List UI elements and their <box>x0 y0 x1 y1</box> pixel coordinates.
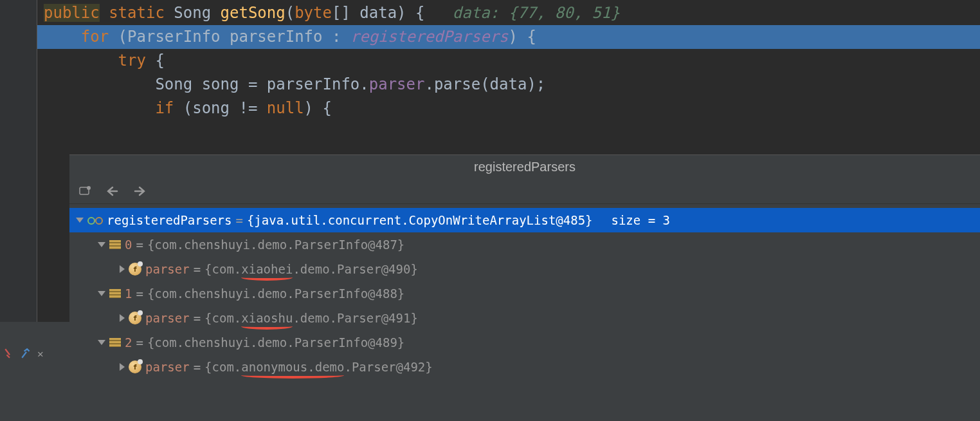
equals-text: = <box>194 360 201 374</box>
code-token: (ParserInfo parserInfo : <box>109 28 350 46</box>
var-value: {com.chenshuyi.demo.ParserInfo@488} <box>147 286 404 301</box>
code-editor[interactable]: public static Song getSong(byte[] data) … <box>0 0 980 154</box>
code-token: getSong <box>221 4 286 22</box>
code-token <box>44 51 118 70</box>
code-token: data: {77, 80, 51} <box>453 4 620 22</box>
code-token: parser <box>369 75 425 93</box>
expand-arrow-icon[interactable] <box>98 291 105 296</box>
equals-text: = <box>194 311 201 325</box>
code-line[interactable]: Song song = parserInfo.parser.parse(data… <box>0 73 980 97</box>
var-index: 1 <box>125 286 132 301</box>
tree-root-row[interactable]: registeredParsers = {java.util.concurren… <box>69 208 980 232</box>
code-line[interactable]: public static Song getSong(byte[] data) … <box>0 1 980 25</box>
code-token: Song <box>165 4 221 22</box>
debug-tab-title[interactable]: registeredParsers <box>474 160 576 174</box>
step-out-icon[interactable] <box>21 348 32 359</box>
var-value: {com.xiaoshu.demo.Parser@491} <box>204 311 418 325</box>
var-index: 2 <box>125 335 132 350</box>
var-index: 0 <box>125 238 132 252</box>
debug-toolbar <box>69 178 980 204</box>
expand-arrow-icon[interactable] <box>98 340 105 345</box>
var-value: {com.anonymous.demo.Parser@492} <box>204 360 433 374</box>
code-token: [] data) { <box>332 4 453 22</box>
code-token: null <box>267 99 304 117</box>
code-token: if <box>155 99 174 117</box>
svg-point-1 <box>87 186 91 190</box>
equals-text: = <box>136 286 143 301</box>
svg-point-2 <box>88 218 95 224</box>
expand-arrow-icon[interactable] <box>120 363 125 371</box>
var-name: parser <box>145 311 190 325</box>
code-token: ( <box>286 4 295 22</box>
debug-tab-bar: registeredParsers <box>69 155 980 178</box>
field-icon: f <box>129 360 141 373</box>
field-icon: f <box>129 312 141 324</box>
equals-text: = <box>194 262 201 276</box>
code-line[interactable]: if (song != null) { <box>0 97 980 120</box>
equals-text: = <box>136 238 143 252</box>
code-token: byte <box>295 4 332 22</box>
svg-point-3 <box>96 218 102 224</box>
editor-left-strip <box>0 154 69 322</box>
red-underline-annotation <box>241 375 344 379</box>
code-line[interactable]: try { <box>0 49 980 73</box>
code-token: public <box>44 4 100 22</box>
watch-icon <box>87 213 103 227</box>
code-token: ) { <box>304 99 332 117</box>
var-name: registeredParsers <box>107 213 231 227</box>
array-element-icon <box>109 240 121 249</box>
debug-side-toolbar: ✕ <box>0 322 69 421</box>
var-size: size = 3 <box>597 213 670 227</box>
annotated-text: xiaohei <box>241 262 293 276</box>
array-element-icon <box>109 289 121 298</box>
expand-arrow-icon[interactable] <box>76 218 84 223</box>
code-token: static <box>109 4 165 22</box>
code-token <box>44 28 81 46</box>
equals-text: = <box>235 213 242 227</box>
code-token: registeredParsers <box>350 28 509 46</box>
close-icon[interactable]: ✕ <box>37 348 44 360</box>
tree-row[interactable]: 1 = {com.chenshuyi.demo.ParserInfo@488} <box>69 281 980 306</box>
variables-tree[interactable]: registeredParsers = {java.util.concurren… <box>69 204 980 379</box>
tree-row[interactable]: 0 = {com.chenshuyi.demo.ParserInfo@487} <box>69 232 980 257</box>
tree-row[interactable]: f parser = {com.xiaoshu.demo.Parser@491} <box>69 306 980 330</box>
var-name: parser <box>145 262 190 276</box>
var-name: parser <box>145 360 190 374</box>
expand-arrow-icon[interactable] <box>120 265 125 273</box>
var-value: {com.chenshuyi.demo.ParserInfo@489} <box>147 335 404 350</box>
code-token: try <box>118 51 146 70</box>
expand-arrow-icon[interactable] <box>98 242 105 247</box>
red-underline-annotation <box>241 326 293 330</box>
var-value: {com.chenshuyi.demo.ParserInfo@487} <box>147 238 404 252</box>
tree-row[interactable]: f parser = {com.anonymous.demo.Parser@49… <box>69 355 980 379</box>
tree-row[interactable]: f parser = {com.xiaohei.demo.Parser@490} <box>69 257 980 281</box>
code-line[interactable]: for (ParserInfo parserInfo : registeredP… <box>0 25 980 49</box>
tree-row[interactable]: 2 = {com.chenshuyi.demo.ParserInfo@489} <box>69 330 980 355</box>
code-token <box>44 99 155 117</box>
red-underline-annotation <box>241 277 293 281</box>
code-token: (song != <box>174 99 267 117</box>
code-token: for <box>81 28 109 46</box>
code-token: ) { <box>508 28 536 46</box>
back-icon[interactable] <box>105 184 120 198</box>
var-value: {java.util.concurrent.CopyOnWriteArrayLi… <box>247 213 593 227</box>
annotated-text: anonymous.demo <box>241 360 344 374</box>
debug-panel: registeredParsers registeredParsers = {j… <box>69 154 980 421</box>
code-token: { <box>146 51 165 70</box>
step-into-icon[interactable] <box>4 348 15 359</box>
expand-arrow-icon[interactable] <box>120 314 125 322</box>
code-token <box>100 4 109 22</box>
array-element-icon <box>109 338 121 347</box>
code-token: Song song = parserInfo. <box>44 75 369 93</box>
var-value: {com.xiaohei.demo.Parser@490} <box>204 262 418 276</box>
annotated-text: xiaoshu <box>241 311 293 325</box>
new-watch-icon[interactable] <box>78 184 93 198</box>
editor-gutter <box>0 0 37 154</box>
code-token: .parse(data); <box>424 75 545 93</box>
forward-icon[interactable] <box>132 184 147 198</box>
field-icon: f <box>129 263 141 276</box>
equals-text: = <box>136 335 143 350</box>
